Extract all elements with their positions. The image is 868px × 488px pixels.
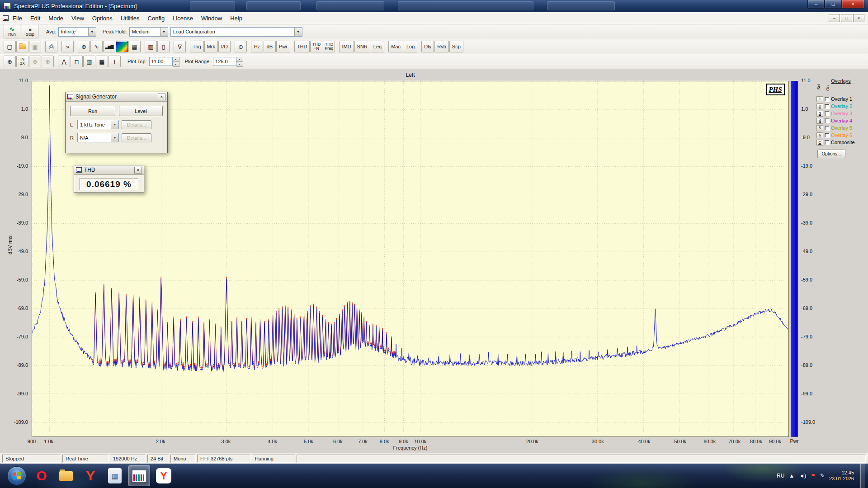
leq-button[interactable]: Leq (371, 41, 384, 52)
peak-hold-select[interactable]: Medium ▾ (129, 27, 168, 37)
tray-language-indicator[interactable]: RU (777, 473, 784, 479)
left-signal-select[interactable]: 1 kHz Tone ▾ (77, 120, 119, 129)
mdi-minimize-button[interactable]: – (829, 14, 840, 22)
data-table-button[interactable]: ▥ (145, 41, 157, 52)
generator-run-button[interactable]: Run (70, 106, 115, 116)
trigger-button[interactable]: Trig (190, 41, 204, 52)
power-meter-bar (791, 81, 798, 437)
taskbar-calculator-icon[interactable]: ▦ (104, 465, 126, 486)
tray-speaker-icon[interactable]: ◄) (799, 473, 806, 479)
load-configuration-select[interactable]: Load Configuration ▾ (170, 27, 302, 37)
tray-pen-icon[interactable]: ✎ (820, 473, 825, 479)
menu-options[interactable]: Options (88, 15, 117, 22)
menu-config[interactable]: Config (144, 15, 169, 22)
minimize-button[interactable]: – (807, 0, 825, 9)
zoom-button[interactable]: ⊕ (4, 56, 16, 67)
log-button[interactable]: Log (404, 41, 417, 52)
generator-level-button[interactable]: Level (119, 106, 163, 116)
menu-edit[interactable]: Edit (26, 15, 44, 22)
close-icon[interactable]: × (158, 94, 165, 100)
grid-toggle-button[interactable]: ▦ (96, 56, 108, 67)
start-button[interactable] (7, 466, 26, 485)
stop-button[interactable]: ■ Stop (22, 25, 38, 38)
thd-freq-button[interactable]: THDFreq (323, 41, 335, 52)
close-button[interactable]: × (842, 0, 864, 9)
x-tick-label: 20.0k (520, 439, 544, 444)
taskbar-yandex-browser-icon[interactable]: Y (153, 465, 175, 486)
overlay-on-checkbox-1[interactable] (825, 97, 830, 102)
overlay-on-checkbox-4[interactable] (825, 118, 830, 123)
time-series-button[interactable]: ∿ (90, 41, 103, 52)
thd-titlebar[interactable]: THD × (74, 165, 144, 175)
thd-button[interactable]: THD (294, 41, 310, 52)
scope-button[interactable]: Scp (449, 41, 463, 52)
overlay-on-checkbox-c[interactable] (825, 140, 830, 145)
show-desktop-button[interactable] (860, 464, 865, 488)
print-button[interactable]: ⎙ (45, 41, 57, 52)
calibration-button[interactable]: I (108, 56, 121, 67)
zoom-waveform-button[interactable]: ⊕ (78, 41, 90, 52)
tray-flag-icon[interactable]: ⚑ (811, 473, 816, 479)
taskbar-yandex-icon[interactable]: Y (80, 465, 101, 486)
menu-window[interactable]: Window (197, 15, 226, 22)
plot-range-input[interactable] (213, 57, 236, 66)
taskbar-opera-icon[interactable]: O (31, 465, 52, 486)
thd-n-button[interactable]: THD+N (310, 41, 322, 52)
fast-forward-button[interactable]: » (61, 41, 74, 52)
spectrogram-view-button[interactable] (116, 41, 128, 52)
signal-generator-titlebar[interactable]: Signal Generator × (66, 92, 167, 102)
menu-license[interactable]: License (169, 15, 197, 22)
taskbar-spectraplus-icon[interactable] (128, 465, 150, 486)
reverb-button[interactable]: Rvb (434, 41, 449, 52)
hz-units-button[interactable]: Hz (251, 41, 263, 52)
overlay-on-checkbox-2[interactable] (825, 104, 830, 109)
marker-button[interactable]: Mrk (204, 41, 218, 52)
new-file-button[interactable]: ▢ (4, 41, 16, 52)
db-units-button[interactable]: dB (264, 41, 276, 52)
phase-button[interactable]: ⊙ (235, 41, 247, 52)
overlay-on-checkbox-3[interactable] (825, 111, 830, 116)
taskbar-explorer-icon[interactable] (55, 465, 77, 486)
spectrum-view-button[interactable]: ▂▅▇ (103, 41, 115, 52)
menu-file[interactable]: File (9, 15, 26, 22)
histogram-button[interactable]: ▥ (83, 56, 95, 67)
overlay-set-button-5[interactable]: 5 (816, 125, 823, 131)
open-file-button[interactable] (16, 41, 28, 52)
delay-button[interactable]: Dly (421, 41, 434, 52)
overlay-set-button-4[interactable]: 4 (816, 118, 823, 124)
tray-clock[interactable]: 12:45 23.01.2026 (829, 470, 854, 482)
snr-button[interactable]: SNR (354, 41, 370, 52)
maximize-button[interactable]: □ (825, 0, 842, 9)
funnel-button[interactable]: ∇ (174, 41, 186, 52)
mdi-restore-button[interactable]: □ (841, 14, 852, 22)
macro-button[interactable]: Mac (388, 41, 403, 52)
menu-utilities[interactable]: Utilities (117, 15, 144, 22)
spin-up-icon[interactable]: ▴ (173, 57, 179, 62)
zoom-2x-button[interactable]: IN2X (16, 56, 28, 67)
run-button[interactable]: ∿ Run (4, 25, 20, 38)
io-device-button[interactable]: I/O (218, 41, 231, 52)
peak-marker-button[interactable]: ⋀ (58, 56, 70, 67)
menu-view[interactable]: View (67, 15, 88, 22)
level-meter-button[interactable]: ▯ (157, 41, 170, 52)
spin-down-icon[interactable]: ▾ (236, 62, 243, 67)
pwr-units-button[interactable]: Pwr (276, 41, 290, 52)
avg-select[interactable]: Infinite ▾ (58, 27, 96, 37)
overlay-on-checkbox-6[interactable] (825, 133, 830, 138)
step-display-button[interactable]: ⊓ (71, 56, 83, 67)
status-filler (297, 455, 866, 463)
spin-up-icon[interactable]: ▴ (236, 57, 243, 62)
imd-button[interactable]: IMD (339, 41, 354, 52)
mdi-close-button[interactable]: × (853, 14, 864, 22)
right-signal-select[interactable]: N/A ▾ (77, 133, 119, 142)
overlay-set-button-1[interactable]: 1 (816, 96, 823, 102)
spin-down-icon[interactable]: ▾ (173, 62, 179, 67)
overlays-options-button[interactable]: Options... (817, 150, 845, 158)
plot-top-input[interactable] (149, 57, 173, 66)
menu-mode[interactable]: Mode (44, 15, 67, 22)
menu-help[interactable]: Help (226, 15, 246, 22)
overlay-on-checkbox-5[interactable] (825, 126, 830, 131)
close-icon[interactable]: × (134, 167, 142, 174)
tray-expand-icon[interactable]: ▲ (789, 473, 794, 479)
surface-view-button[interactable]: ▦ (128, 41, 141, 52)
